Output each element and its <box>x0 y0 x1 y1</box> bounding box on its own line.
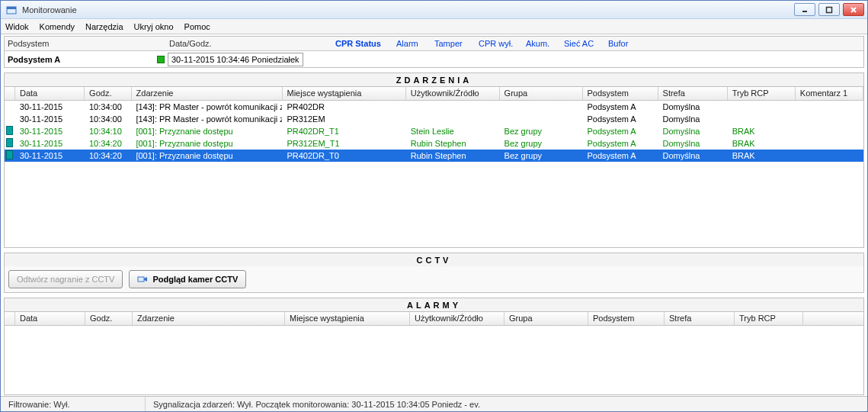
app-window: Monitorowanie Widok Komendy Narzędzia Uk… <box>0 0 868 412</box>
status-labels-row: Podsystem Data/Godz. CPR Status Alarm Ta… <box>5 37 863 50</box>
cell: 30-11-2015 <box>15 127 85 136</box>
cell: PR402DR_T1 <box>282 127 405 136</box>
cctv-section-title: CCTV <box>4 253 864 266</box>
svg-rect-1 <box>7 7 16 9</box>
alarms-section-title: ALARMY <box>4 298 864 311</box>
alarms-col-tryb[interactable]: Tryb RCP <box>735 312 803 325</box>
table-row[interactable]: 30-11-201510:34:00[143]: PR Master - pow… <box>5 101 863 113</box>
cell: Podsystem A <box>583 127 658 136</box>
events-section-title: ZDARZENIA <box>4 72 864 86</box>
cell: Rubin Stephen <box>406 151 500 160</box>
menu-pomoc[interactable]: Pomoc <box>184 22 210 31</box>
svg-marker-7 <box>144 277 147 282</box>
cell: BRAK <box>728 151 796 160</box>
events-col-tryb[interactable]: Tryb RCP <box>728 87 796 100</box>
flag-icon <box>6 150 13 159</box>
events-col-miejsce[interactable]: Miejsce wystąpienia <box>283 87 406 100</box>
cctv-playback-button[interactable]: Odtwórz nagranie z CCTV <box>8 270 123 288</box>
label-cpr-wyl: CPR wył. <box>479 39 526 48</box>
alarms-grid-body[interactable] <box>5 326 863 394</box>
label-siec-ac: Sieć AC <box>564 39 608 48</box>
titlebar: Monitorowanie <box>1 1 867 19</box>
menu-komendy[interactable]: Komendy <box>40 22 75 31</box>
status-led-icon <box>157 56 165 63</box>
alarms-col-zdarzenie[interactable]: Zdarzenie <box>133 312 285 325</box>
cell: [001]: Przyznanie dostępu <box>131 127 282 136</box>
cell: [143]: PR Master - powrót komunikacji z … <box>131 114 282 124</box>
cctv-playback-label: Odtwórz nagranie z CCTV <box>17 275 114 284</box>
subsystem-row[interactable]: Podsystem A 30-11-2015 10:34:46 Poniedzi… <box>5 50 863 67</box>
cctv-preview-button[interactable]: Podgląd kamer CCTV <box>129 270 246 288</box>
cell: PR312EM <box>282 114 405 124</box>
alarms-col-podsystem[interactable]: Podsystem <box>588 312 665 325</box>
cell: Bez grupy <box>500 127 583 136</box>
maximize-button[interactable] <box>818 3 840 16</box>
window-controls <box>794 3 864 16</box>
subsystem-datetime: 30-11-2015 10:34:46 Poniedziałek <box>168 53 303 66</box>
menu-ukryj-okno[interactable]: Ukryj okno <box>134 22 174 31</box>
cell: Bez grupy <box>500 139 583 148</box>
alarms-col-flag[interactable] <box>5 312 15 325</box>
table-row[interactable]: 30-11-201510:34:00[143]: PR Master - pow… <box>5 113 863 125</box>
alarms-col-grupa[interactable]: Grupa <box>504 312 588 325</box>
cell: 10:34:20 <box>85 151 131 160</box>
menu-narzedzia[interactable]: Narzędzia <box>85 22 123 31</box>
cell <box>5 150 15 161</box>
cell: 30-11-2015 <box>15 102 85 111</box>
table-row[interactable]: 30-11-201510:34:20[001]: Przyznanie dost… <box>5 150 863 162</box>
cctv-preview-label: Podgląd kamer CCTV <box>152 275 238 284</box>
cell: 10:34:00 <box>85 102 131 111</box>
subsystem-datetime-value: 30-11-2015 10:34:46 <box>171 55 249 64</box>
label-data-godz: Data/Godz. <box>169 39 335 48</box>
table-row[interactable]: 30-11-201510:34:10[001]: Przyznanie dost… <box>5 125 863 137</box>
cell: 10:34:20 <box>85 139 131 148</box>
cell <box>5 126 15 137</box>
subsystem-name: Podsystem A <box>8 55 157 64</box>
cell: PR402DR_T0 <box>282 151 405 160</box>
cell: Domyślna <box>658 139 728 148</box>
events-col-strefa[interactable]: Strefa <box>658 87 728 100</box>
statusbar: Filtrowanie: Wył. Sygnalizacja zdarzeń: … <box>1 396 867 411</box>
events-grid-body[interactable]: 30-11-201510:34:00[143]: PR Master - pow… <box>5 101 863 247</box>
alarms-col-uzytkownik[interactable]: Użytkownik/Źródło <box>410 312 504 325</box>
events-col-grupa[interactable]: Grupa <box>500 87 583 100</box>
events-col-flag[interactable] <box>5 87 15 100</box>
label-akum: Akum. <box>526 39 564 48</box>
alarms-col-data[interactable]: Data <box>15 312 85 325</box>
table-row[interactable]: 30-11-201510:34:20[001]: Przyznanie dost… <box>5 137 863 150</box>
camera-icon <box>137 274 148 285</box>
events-col-podsystem[interactable]: Podsystem <box>583 87 658 100</box>
menu-widok[interactable]: Widok <box>5 22 29 31</box>
label-bufor: Bufor <box>608 39 646 48</box>
alarms-col-miejsce[interactable]: Miejsce wystąpienia <box>285 312 410 325</box>
cell: Domyślna <box>658 127 728 136</box>
events-col-uzytkownik[interactable]: Użytkownik/Źródło <box>406 87 500 100</box>
statusbar-filter: Filtrowanie: Wył. <box>1 397 146 411</box>
close-button[interactable] <box>843 3 864 16</box>
events-col-zdarzenie[interactable]: Zdarzenie <box>132 87 283 100</box>
minimize-button[interactable] <box>794 3 815 16</box>
cell: PR312EM_T1 <box>282 139 405 148</box>
cell: Rubin Stephen <box>406 139 500 148</box>
events-col-godz[interactable]: Godz. <box>85 87 131 100</box>
cell: Podsystem A <box>583 114 658 124</box>
alarms-col-godz[interactable]: Godz. <box>85 312 133 325</box>
cell: Podsystem A <box>583 139 658 148</box>
menubar: Widok Komendy Narzędzia Ukryj okno Pomoc <box>1 19 867 34</box>
cell: 30-11-2015 <box>15 139 85 148</box>
cell: Bez grupy <box>500 151 583 160</box>
cell: Domyślna <box>658 114 728 124</box>
events-col-komentarz[interactable]: Komentarz 1 <box>796 87 863 100</box>
events-grid-header: Data Godz. Zdarzenie Miejsce wystąpienia… <box>5 87 863 101</box>
cell: [143]: PR Master - powrót komunikacji z … <box>131 102 282 111</box>
alarms-col-strefa[interactable]: Strefa <box>665 312 735 325</box>
cell: [001]: Przyznanie dostępu <box>131 139 282 148</box>
label-tamper: Tamper <box>434 39 479 48</box>
events-col-data[interactable]: Data <box>15 87 85 100</box>
cell: Domyślna <box>658 151 728 160</box>
cell: BRAK <box>728 127 796 136</box>
cell: PR402DR <box>282 102 405 111</box>
flag-icon <box>6 138 13 147</box>
svg-rect-3 <box>827 7 832 12</box>
subsystem-weekday: Poniedziałek <box>251 55 299 64</box>
